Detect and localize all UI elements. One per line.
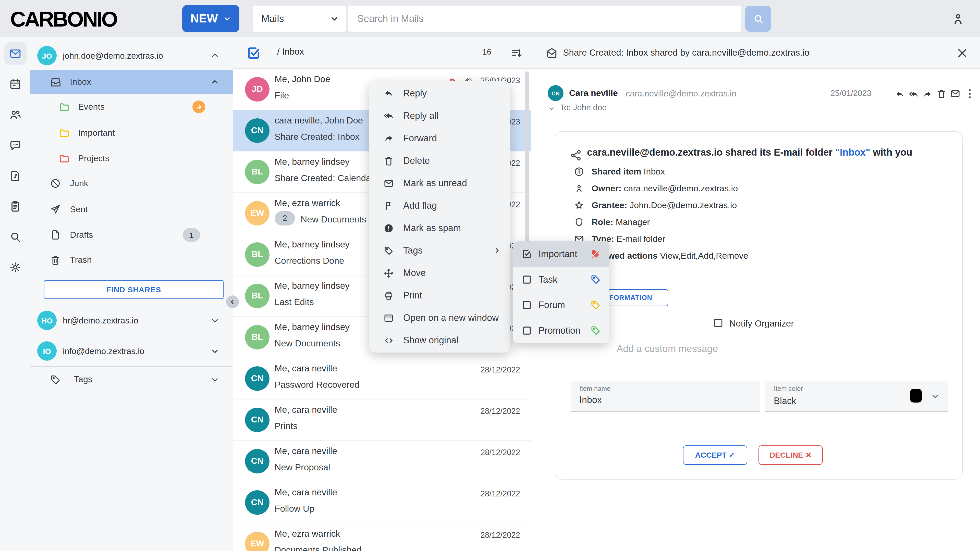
find-shares-button[interactable]: FIND SHARES: [44, 280, 224, 299]
chevron-down-icon: [223, 14, 231, 23]
tag-option-important[interactable]: Important: [513, 241, 609, 267]
item-name-input[interactable]: [579, 395, 681, 406]
avatar: CN: [245, 366, 269, 391]
file-icon: [49, 229, 61, 241]
delete-button[interactable]: [936, 88, 947, 99]
menu-item-print[interactable]: Print: [369, 284, 511, 306]
chevron-up-icon[interactable]: [210, 77, 220, 86]
rail-item-contacts[interactable]: [4, 103, 27, 126]
chevron-down-icon[interactable]: [210, 316, 220, 325]
mail-date: 28/12/2022: [480, 530, 520, 540]
code-icon: [383, 335, 394, 346]
detail-value: cara.neville@demo.zextras.io: [624, 183, 738, 193]
rail-item-calendar[interactable]: [4, 73, 27, 95]
select-all-checkbox-icon[interactable]: [246, 45, 261, 61]
menu-item-mark-as-unread[interactable]: Mark as unread: [369, 172, 511, 194]
chevron-down-icon[interactable]: [548, 105, 555, 112]
rail-item-chats[interactable]: [4, 134, 27, 157]
avatar: BL: [245, 242, 269, 267]
accept-button[interactable]: ACCEPT ✓: [683, 445, 747, 465]
new-button-label: NEW: [190, 12, 218, 25]
more-actions-button[interactable]: ⋮: [965, 88, 975, 99]
tag-option-forum[interactable]: Forum: [513, 292, 609, 318]
sidebar-item-inbox[interactable]: Inbox: [30, 70, 233, 94]
menu-item-mark-as-spam[interactable]: Mark as spam: [369, 217, 511, 239]
notify-organizer-checkbox[interactable]: [713, 318, 724, 329]
menu-item-open-new-window[interactable]: Open on a new window: [369, 306, 511, 329]
share-detail-row: Role: Manager: [574, 217, 650, 227]
menu-item-forward[interactable]: Forward: [369, 127, 511, 149]
rail-item-settings[interactable]: [4, 256, 27, 279]
move-icon: [383, 268, 394, 278]
tag-icon: [590, 274, 601, 285]
chevron-down-icon[interactable]: [210, 375, 220, 384]
custom-message-input[interactable]: [603, 336, 827, 362]
menu-item-tags[interactable]: Tags: [369, 239, 511, 262]
sidebar-item-sent[interactable]: Sent: [30, 197, 233, 222]
rail-item-tasks[interactable]: [4, 195, 27, 218]
reply-all-button[interactable]: [908, 89, 919, 100]
menu-item-add-flag[interactable]: Add flag: [369, 194, 511, 217]
folder-icon: [59, 153, 70, 164]
menu-item-delete[interactable]: Delete: [369, 149, 511, 172]
detail-label: Owner:: [592, 183, 621, 193]
sidebar-collapse-button[interactable]: [226, 295, 239, 308]
item-name-field[interactable]: Item name: [571, 381, 760, 412]
menu-item-reply[interactable]: Reply: [369, 82, 511, 105]
mail-row[interactable]: CN Me, cara neville Password Recovered 2…: [233, 358, 531, 400]
detail-value: John.Doe@demo.zextras.io: [630, 200, 737, 210]
rail-item-search[interactable]: [4, 225, 27, 248]
sidebar-item-trash[interactable]: Trash: [30, 248, 233, 272]
sort-icon[interactable]: [511, 47, 523, 60]
send-icon: [49, 203, 61, 215]
tag-icon: [590, 325, 601, 336]
mark-unread-button[interactable]: [950, 88, 961, 99]
avatar: BL: [245, 284, 269, 308]
new-button[interactable]: NEW: [182, 5, 239, 32]
tag-option-promotion[interactable]: Promotion: [513, 318, 609, 343]
tertiary-account-row[interactable]: IO info@demo.zextras.io: [30, 339, 233, 363]
mail-row[interactable]: EW Me, ezra warrick Documents Published …: [233, 524, 531, 551]
star-icon: [574, 200, 584, 211]
mail-date: 28/12/2022: [480, 365, 520, 375]
secondary-account-row[interactable]: HO hr@demo.zextras.io: [30, 308, 233, 333]
sidebar-item-tags[interactable]: Tags: [30, 367, 233, 392]
chevron-down-icon[interactable]: [210, 346, 220, 356]
item-color-field[interactable]: Item color Black: [765, 381, 948, 412]
shared-folder-link[interactable]: "Inbox": [835, 147, 870, 158]
tag-option-task[interactable]: Task: [513, 267, 609, 292]
mail-row[interactable]: CN Me, cara neville Prints 28/12/2022: [233, 400, 531, 441]
reply-button[interactable]: [895, 89, 905, 100]
mail-sender: Me, cara neville: [275, 487, 337, 498]
menu-item-reply-all[interactable]: Reply all: [369, 105, 511, 127]
mail-subject: Follow Up: [275, 503, 314, 514]
avatar: BL: [245, 160, 269, 184]
sidebar-item-junk[interactable]: Junk: [30, 171, 233, 196]
menu-item-show-original[interactable]: Show original: [369, 329, 511, 351]
mail-date: 28/12/2022: [480, 407, 520, 416]
primary-account-row[interactable]: JO john.doe@demo.zextras.io: [30, 41, 233, 70]
share-detail-row: Grantee: John.Doe@demo.zextras.io: [574, 200, 737, 211]
sidebar-item-projects[interactable]: Projects: [30, 146, 233, 171]
sidebar-item-important[interactable]: Important: [30, 121, 233, 145]
menu-item-move[interactable]: Move: [369, 262, 511, 284]
sidebar-item-drafts[interactable]: Drafts 1: [30, 222, 233, 248]
forward-button[interactable]: [922, 89, 932, 100]
rail-item-files[interactable]: [4, 165, 27, 187]
mail-row[interactable]: CN Me, cara neville New Proposal 28/12/2…: [233, 441, 531, 482]
search-input[interactable]: [348, 6, 741, 32]
recipient-line: To: John doe: [560, 103, 607, 112]
account-menu-button[interactable]: [948, 9, 968, 29]
search-module-select[interactable]: Mails: [253, 6, 346, 32]
mail-sender: Me, barney lindsey: [275, 281, 350, 291]
accept-label: ACCEPT: [695, 451, 727, 459]
sidebar-item-events[interactable]: Events: [30, 94, 233, 119]
search-button[interactable]: [745, 6, 771, 32]
decline-button[interactable]: DECLINE ✕: [759, 445, 823, 465]
rail-item-mail[interactable]: [4, 42, 27, 65]
divider: [30, 366, 233, 367]
chevron-up-icon[interactable]: [210, 51, 220, 60]
chevron-down-icon[interactable]: [931, 392, 940, 401]
close-button[interactable]: [956, 46, 969, 60]
mail-row[interactable]: CN Me, cara neville Follow Up 28/12/2022: [233, 482, 531, 524]
